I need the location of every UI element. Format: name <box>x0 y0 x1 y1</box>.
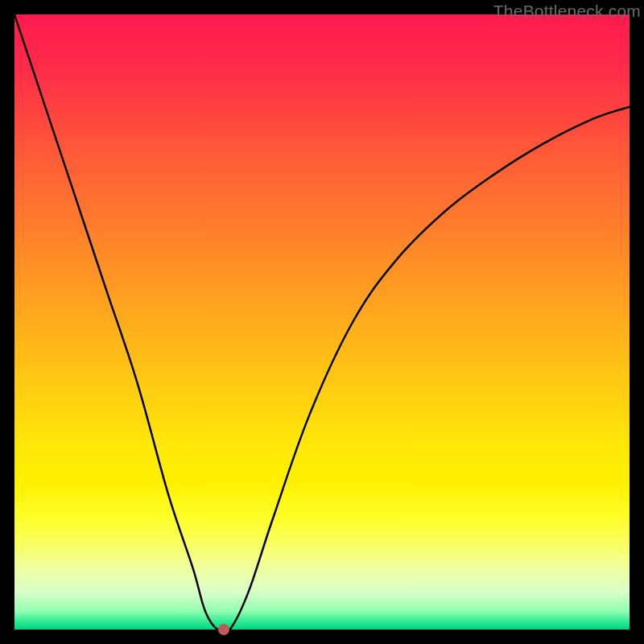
attribution-watermark: TheBottleneck.com <box>493 2 641 21</box>
chart-container: TheBottleneck.com <box>0 0 644 644</box>
optimal-point-marker <box>218 624 229 635</box>
plot-area <box>14 14 630 630</box>
bottleneck-curve <box>14 14 630 630</box>
